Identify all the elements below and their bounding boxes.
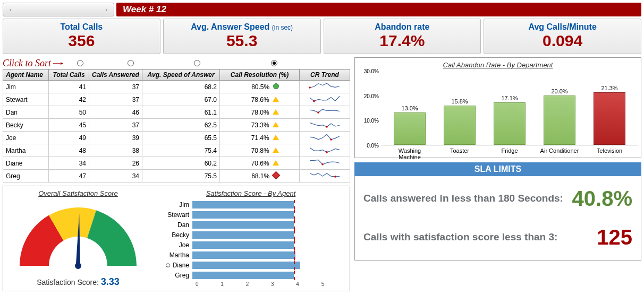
- sla-lowsat-value: 125: [597, 225, 632, 249]
- sparkline: [300, 157, 350, 170]
- sat-bar-row: Joe: [155, 240, 346, 250]
- sla-answered-value: 40.8%: [572, 187, 632, 211]
- sla-lowsat-label: Calls with satisfaction score less than …: [363, 231, 597, 244]
- svg-point-1: [313, 100, 315, 102]
- table-row: Jim413768.2 80.5%: [3, 81, 350, 93]
- sparkline: [300, 93, 350, 106]
- sparkline: [300, 144, 350, 157]
- sla-body: Calls answered in less than 180 Seconds:…: [354, 176, 641, 260]
- sort-radio-resolution[interactable]: [271, 60, 277, 66]
- sort-radio-speed[interactable]: [194, 60, 200, 66]
- svg-point-9: [75, 263, 81, 269]
- prev-week-button[interactable]: ‹: [6, 7, 15, 13]
- kpi-total-calls: Total Calls 356: [3, 19, 160, 54]
- sat-bar-row: Martha: [155, 250, 346, 260]
- dept-bar: 21.3%: [587, 85, 632, 145]
- table-row: Stewart423767.0 78.6%: [3, 93, 350, 106]
- svg-point-4: [330, 138, 332, 141]
- week-title: Week # 12: [116, 3, 641, 16]
- col-agent[interactable]: Agent Name: [3, 70, 49, 81]
- kpi-value: 356: [3, 32, 160, 49]
- sat-bar-row: Stewart: [155, 210, 346, 220]
- table-row: Becky453762.5 73.3%: [3, 119, 350, 132]
- table-row: Diane342660.2 70.6%: [3, 157, 350, 170]
- col-total-calls[interactable]: Total Calls: [49, 70, 89, 81]
- abandon-rate-chart: Call Abandon Rate - By Department 0.0%10…: [354, 57, 641, 158]
- sat-by-agent-title: Satisfaction Score - By Agent: [155, 189, 346, 197]
- sparkline: [300, 81, 350, 93]
- kpi-value: 17.4%: [324, 32, 481, 49]
- kpi-value: 55.3: [164, 32, 320, 49]
- gauge-value-label: Satisfaction Score: 3.33: [6, 276, 150, 288]
- sort-hint: Click to Sort: [3, 58, 51, 69]
- kpi-abandon-rate: Abandon rate 17.4%: [324, 19, 481, 54]
- col-resolution[interactable]: Call Resolution (%): [220, 70, 300, 81]
- col-speed[interactable]: Avg. Speed of Answer: [142, 70, 220, 81]
- sort-radio-calls-answered[interactable]: [128, 60, 134, 66]
- col-calls-answered[interactable]: Calls Answered: [89, 70, 142, 81]
- svg-point-2: [317, 111, 319, 114]
- sat-bar-row: Becky: [155, 230, 346, 240]
- svg-point-5: [326, 151, 328, 153]
- arrow-icon: →: [49, 60, 66, 66]
- gauge-title: Overall Satisfaction Score: [6, 189, 150, 197]
- kpi-calls-per-minute: Avg Calls/Minute 0.094: [484, 19, 641, 54]
- next-week-button[interactable]: ›: [102, 7, 111, 13]
- agent-table: Agent Name Total Calls Calls Answered Av…: [3, 69, 350, 183]
- table-row: Greg473475.5 68.1%: [3, 170, 350, 183]
- svg-point-6: [321, 163, 324, 166]
- sat-bar-row: Dan: [155, 220, 346, 230]
- dept-bar: 15.8%: [437, 98, 482, 145]
- sparkline: [300, 170, 350, 183]
- table-row: Joe493965.5 71.4%: [3, 132, 350, 144]
- sat-bar-row: Greg: [155, 270, 346, 280]
- table-row: Dan504661.1 78.0%: [3, 106, 350, 119]
- kpi-label: Avg. Answer Speed (in sec): [164, 22, 320, 32]
- svg-point-7: [334, 176, 336, 178]
- week-selector[interactable]: ‹ ›: [3, 3, 114, 16]
- chart-title: Call Abandon Rate - By Department: [358, 61, 638, 69]
- svg-point-3: [326, 126, 328, 128]
- sparkline: [300, 119, 350, 132]
- gauge-chart: [12, 199, 145, 271]
- kpi-value: 0.094: [484, 32, 641, 49]
- dept-bar: 13.0%: [387, 105, 433, 145]
- dept-bar: 20.0%: [537, 88, 582, 145]
- kpi-label: Avg Calls/Minute: [484, 22, 641, 32]
- kpi-label: Total Calls: [3, 22, 160, 32]
- sort-radio-total-calls[interactable]: [77, 60, 83, 66]
- kpi-label: Abandon rate: [324, 22, 481, 32]
- table-row: Martha483875.4 70.8%: [3, 144, 350, 157]
- sparkline: [300, 132, 350, 144]
- sla-answered-label: Calls answered in less than 180 Seconds:: [363, 193, 572, 205]
- sparkline: [300, 106, 350, 119]
- sat-bar-row: ☺Diane: [155, 260, 346, 270]
- dept-bar: 17.1%: [487, 95, 532, 145]
- sat-bar-row: Jim: [155, 199, 346, 210]
- kpi-answer-speed: Avg. Answer Speed (in sec) 55.3: [163, 19, 321, 54]
- svg-point-0: [309, 86, 311, 89]
- sla-header: SLA LIMITS: [354, 162, 641, 176]
- col-trend[interactable]: CR Trend: [300, 70, 350, 81]
